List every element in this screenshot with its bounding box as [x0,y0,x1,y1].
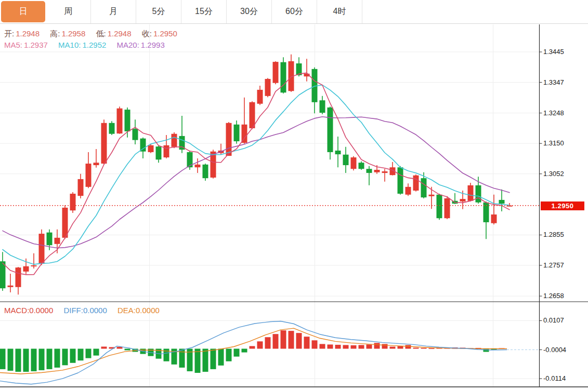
macd-bar [289,331,294,348]
candle-body [195,165,201,167]
macd-bar [312,340,318,348]
macd-bar [211,349,216,369]
macd-bar [406,345,411,348]
candle-body [429,195,435,196]
candle-body [133,129,138,140]
candle-body [343,155,349,165]
candle-body [328,107,333,152]
macd-bar [281,330,286,348]
macd-bar [413,347,419,348]
macd-bar [374,343,380,348]
macd-bar [320,344,325,348]
candle-body [16,267,21,287]
macd-bar [234,349,240,357]
candle-body [359,163,364,169]
current-price-tag: 1.2950 [541,201,584,210]
candle-body [125,110,130,131]
candle-body [421,178,427,197]
high-value: 1.2958 [61,29,85,38]
macd-bar [70,349,76,363]
macd-bar [367,344,372,348]
candle-body [226,123,232,156]
candle-body [273,62,279,83]
macd-bar [16,349,21,372]
macd-bar [328,344,333,348]
candle-body [242,125,247,143]
ma10-label: MA10: [58,41,81,49]
open-label: 开: [4,29,14,38]
candle-body [70,194,76,210]
candle-body [164,145,169,157]
macd-bar [351,345,357,349]
ma20-value: 1.2993 [141,41,165,49]
candle-body [55,238,60,244]
candle-body [335,151,341,154]
candle-body [281,62,286,93]
candle-body [468,185,474,201]
candle-body [374,170,380,172]
tab-5分[interactable]: 5分 [136,0,181,23]
macd-bar [31,349,37,371]
dea-value: 0.0000 [136,306,160,315]
macd-bar [242,349,247,353]
candle-body [8,286,14,287]
candle-body [117,109,123,133]
candle-body [257,90,263,104]
candle-body [234,125,240,141]
macd-bar [273,334,279,348]
candle-body [109,123,115,134]
candle-body [23,266,29,272]
candle-body [78,179,84,196]
open-value: 1.2948 [16,29,40,38]
macd-bar [429,348,435,349]
candle-body [94,163,99,165]
chart-app: 日周月5分15分30分60分4时 开:1.2948 高:1.2958 低:1.2… [0,0,588,390]
diff-label: DIFF: [63,306,83,315]
low-value: 1.2948 [108,29,132,38]
diff-value: 0.0000 [83,306,107,315]
macd-bar [335,345,341,349]
candle-body [367,169,372,173]
candle-body [148,145,154,152]
ohlc-legend: 开:1.2948 高:1.2958 低:1.2948 收:1.2950 [4,29,186,39]
candle-body [406,187,411,195]
candle-body [413,176,419,191]
macd-bar [257,341,263,348]
macd-bar [390,346,396,348]
candle-body [172,134,177,147]
macd-bar [8,349,14,371]
macd-bar [39,349,45,370]
macd-bar [101,346,107,348]
candle-body [62,208,68,238]
dea-label: DEA: [117,306,136,315]
candle-body [250,102,255,128]
macd-bar [55,349,60,368]
macd-bar [86,349,92,358]
tab-周[interactable]: 周 [46,0,91,23]
macd-bar [203,349,208,372]
macd-bar [250,346,255,348]
macd-bar [0,349,6,369]
candle-body [140,139,146,152]
macd-bar [343,345,349,348]
tab-4时[interactable]: 4时 [317,0,362,23]
candle-body [203,165,208,178]
tab-15分[interactable]: 15分 [181,0,227,23]
macd-bar [421,348,427,349]
macd-bar [226,349,232,361]
ma5-label: MA5: [4,41,22,49]
candlestick-macd-chart [0,24,588,390]
low-label: 低: [96,29,106,38]
tab-60分[interactable]: 60分 [272,0,317,23]
tab-日[interactable]: 日 [1,1,45,22]
candle-body [156,146,162,159]
macd-bar [218,349,224,366]
macd-legend: MACD:0.0000 DIFF:0.0000 DEA:0.0000 [4,306,168,315]
tab-30分[interactable]: 30分 [227,0,272,23]
candle-body [101,123,107,164]
macd-bar [359,345,364,348]
macd-bar [195,349,201,373]
close-value: 1.2950 [153,29,177,38]
tab-月[interactable]: 月 [91,0,136,23]
macd-bar [94,349,99,356]
